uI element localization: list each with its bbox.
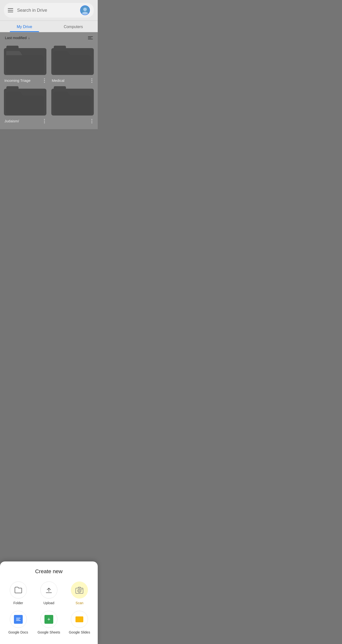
sort-label[interactable]: Last modified ↓ [5,36,30,40]
folder-name-row [51,118,94,124]
folder-name-row: Judaism/ [4,118,46,124]
folder-item[interactable]: Medical [51,48,94,84]
more-dots-button[interactable] [43,78,46,84]
search-header: Search in Drive [0,0,98,21]
folder-item[interactable]: Judaism/ [4,89,46,124]
tab-my-drive[interactable]: My Drive [0,21,49,32]
file-grid: Incoming Triage Medical Judaism/ [0,43,98,129]
sort-arrow: ↓ [28,36,30,40]
hamburger-icon[interactable] [8,8,13,12]
folder-name-row: Incoming Triage [4,78,46,84]
tab-computers[interactable]: Computers [49,21,98,32]
folder-icon [4,89,46,116]
folder-icon [4,48,46,75]
folder-name: Medical [52,78,64,83]
folder-name-row: Medical [51,78,94,84]
svg-point-1 [83,8,87,11]
folder-icon [51,89,94,116]
folder-name: Judaism/ [4,119,19,124]
more-dots-button[interactable] [43,118,46,124]
search-bar[interactable]: Search in Drive [4,3,94,18]
folder-name: Incoming Triage [4,78,30,83]
more-dots-button[interactable] [90,78,93,84]
sort-bar: Last modified ↓ [0,32,98,43]
tabs-container: My Drive Computers [0,21,98,32]
list-view-icon[interactable] [88,36,93,39]
folder-item[interactable]: Incoming Triage [4,48,46,84]
folder-item[interactable] [51,89,94,124]
avatar[interactable] [80,5,90,15]
search-placeholder[interactable]: Search in Drive [17,8,76,13]
more-dots-button[interactable] [90,118,93,124]
folder-icon [51,48,94,75]
